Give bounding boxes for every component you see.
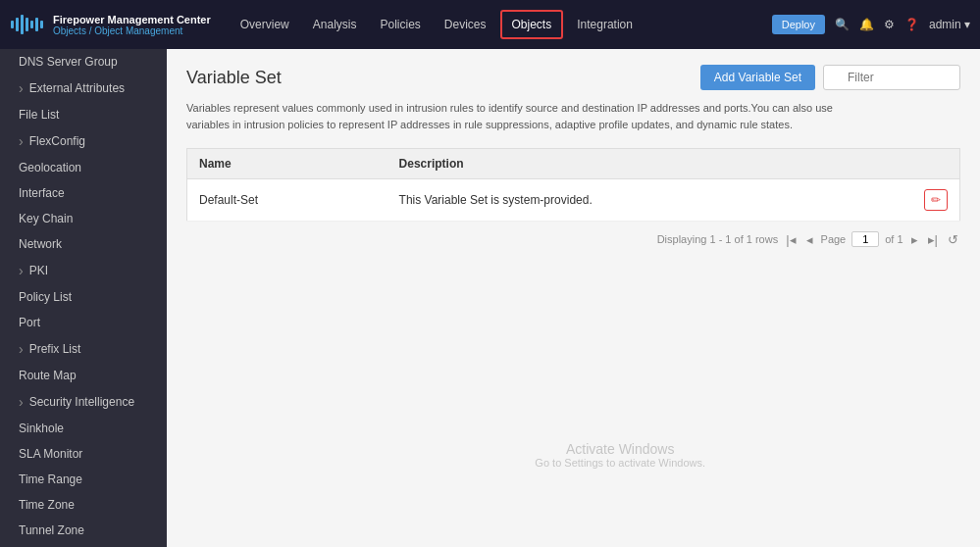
sidebar-item-label: PKI — [29, 264, 48, 277]
sidebar-item-pki[interactable]: PKI — [0, 257, 167, 284]
edit-button[interactable]: ✏ — [924, 189, 948, 211]
nav-right: Deploy 🔍 🔔 ⚙ ❓ admin ▾ — [772, 15, 970, 34]
variable-set-table: Name Description Default-Set This Variab… — [186, 148, 960, 222]
search-icon[interactable]: 🔍 — [835, 18, 850, 31]
header-actions: Add Variable Set 🔍 — [700, 65, 960, 90]
deploy-button[interactable]: Deploy — [772, 15, 825, 34]
sidebar-item-sla-monitor[interactable]: SLA Monitor — [0, 441, 167, 467]
nav-analysis[interactable]: Analysis — [303, 12, 367, 37]
sidebar-item-geolocation[interactable]: Geolocation — [0, 155, 167, 180]
nav-integration[interactable]: Integration — [567, 12, 643, 37]
svg-rect-5 — [35, 18, 38, 31]
pagination-next[interactable]: ▸ — [909, 232, 920, 247]
pagination-last[interactable]: ▸| — [926, 232, 940, 247]
sidebar-item-route-map[interactable]: Route Map — [0, 363, 167, 388]
sidebar-item-label: Policy List — [19, 290, 72, 304]
sidebar-item-label: DNS Server Group — [19, 55, 118, 69]
sidebar-item-label: Port — [19, 316, 40, 329]
activate-windows-watermark: Activate Windows Go to Settings to activ… — [535, 441, 705, 469]
pagination-first[interactable]: |◂ — [784, 232, 798, 247]
sidebar-item-label: Key Chain — [19, 212, 73, 225]
svg-rect-3 — [26, 18, 28, 31]
nav-overview[interactable]: Overview — [231, 12, 299, 37]
sidebar-item-label: Time Zone — [19, 498, 75, 512]
nav-objects[interactable]: Objects — [500, 10, 564, 39]
col-name: Name — [187, 149, 387, 179]
pagination-prev[interactable]: ◂ — [804, 232, 815, 247]
sidebar-item-url[interactable]: URL — [0, 543, 167, 547]
sidebar-item-label: Time Range — [19, 472, 82, 486]
sidebar-item-prefix-list[interactable]: Prefix List — [0, 335, 167, 363]
content-area: Variable Set Add Variable Set 🔍 Variable… — [167, 49, 980, 547]
notifications-icon[interactable]: 🔔 — [859, 18, 874, 31]
table-row: Default-Set This Variable Set is system-… — [187, 179, 960, 222]
main-layout: DNS Server Group External Attributes Fil… — [0, 49, 980, 547]
pagination-refresh[interactable]: ↺ — [946, 232, 960, 247]
sidebar-item-label: Tunnel Zone — [19, 523, 84, 537]
add-variable-set-button[interactable]: Add Variable Set — [700, 65, 815, 90]
help-icon[interactable]: ❓ — [904, 18, 919, 31]
sidebar-item-dns-server-group[interactable]: DNS Server Group — [0, 49, 167, 75]
sidebar-item-key-chain[interactable]: Key Chain — [0, 206, 167, 231]
admin-menu[interactable]: admin ▾ — [929, 18, 970, 31]
nav-policies[interactable]: Policies — [370, 12, 430, 37]
sidebar-item-interface[interactable]: Interface — [0, 180, 167, 206]
activate-line1: Activate Windows — [535, 441, 705, 457]
cisco-logo-icon — [10, 13, 45, 36]
sidebar-item-label: File List — [19, 108, 59, 122]
sidebar-item-time-zone[interactable]: Time Zone — [0, 492, 167, 518]
nav-links: Overview Analysis Policies Devices Objec… — [231, 10, 772, 39]
sidebar-item-label: Sinkhole — [19, 422, 64, 435]
svg-rect-4 — [30, 21, 33, 28]
pagination-page-label: Page — [821, 233, 847, 245]
settings-icon[interactable]: ⚙ — [884, 18, 895, 31]
app-title-main: Firepower Management Center — [53, 14, 211, 25]
filter-wrapper: 🔍 — [823, 65, 960, 90]
svg-rect-1 — [16, 18, 19, 31]
pagination-page-input[interactable] — [851, 231, 879, 247]
sidebar-item-tunnel-zone[interactable]: Tunnel Zone — [0, 518, 167, 543]
filter-input[interactable] — [823, 65, 960, 90]
top-nav: Firepower Management Center Objects / Ob… — [0, 0, 980, 49]
sidebar-item-file-list[interactable]: File List — [0, 102, 167, 127]
logo-area: Firepower Management Center Objects / Ob… — [10, 13, 211, 36]
sidebar: DNS Server Group External Attributes Fil… — [0, 49, 167, 547]
svg-rect-2 — [21, 15, 24, 34]
sidebar-item-label: Prefix List — [29, 342, 81, 356]
row-actions: ✏ — [911, 179, 960, 222]
content-header: Variable Set Add Variable Set 🔍 — [186, 65, 960, 90]
sidebar-item-policy-list[interactable]: Policy List — [0, 284, 167, 310]
svg-rect-6 — [40, 21, 43, 28]
sidebar-item-label: Geolocation — [19, 161, 81, 174]
sidebar-item-security-intelligence[interactable]: Security Intelligence — [0, 388, 167, 416]
pagination-display: Displaying 1 - 1 of 1 rows — [657, 233, 779, 245]
sidebar-item-label: FlexConfig — [29, 134, 85, 148]
sidebar-item-label: Route Map — [19, 369, 77, 382]
sidebar-item-flexconfig[interactable]: FlexConfig — [0, 127, 167, 155]
row-description: This Variable Set is system-provided. — [387, 179, 911, 222]
sidebar-item-time-range[interactable]: Time Range — [0, 467, 167, 492]
sidebar-item-label: Interface — [19, 186, 65, 200]
pagination: Displaying 1 - 1 of 1 rows |◂ ◂ Page of … — [186, 222, 960, 251]
col-actions — [911, 149, 960, 179]
page-title: Variable Set — [186, 68, 282, 88]
col-description: Description — [387, 149, 911, 179]
app-breadcrumb: Objects / Object Management — [53, 25, 211, 36]
sidebar-item-network[interactable]: Network — [0, 231, 167, 257]
nav-devices[interactable]: Devices — [435, 12, 496, 37]
sidebar-item-label: SLA Monitor — [19, 447, 82, 461]
table-header-row: Name Description — [187, 149, 960, 179]
sidebar-item-sinkhole[interactable]: Sinkhole — [0, 416, 167, 441]
pagination-of-label: of 1 — [885, 233, 903, 245]
activate-line2: Go to Settings to activate Windows. — [535, 457, 705, 469]
sidebar-item-port[interactable]: Port — [0, 310, 167, 335]
sidebar-item-label: External Attributes — [29, 81, 125, 95]
sidebar-item-label: Network — [19, 237, 62, 251]
svg-rect-0 — [11, 21, 14, 28]
sidebar-item-external-attributes[interactable]: External Attributes — [0, 75, 167, 102]
description-text: Variables represent values commonly used… — [186, 100, 853, 132]
sidebar-item-label: Security Intelligence — [29, 395, 134, 409]
app-title: Firepower Management Center Objects / Ob… — [53, 14, 211, 36]
row-name: Default-Set — [187, 179, 387, 222]
